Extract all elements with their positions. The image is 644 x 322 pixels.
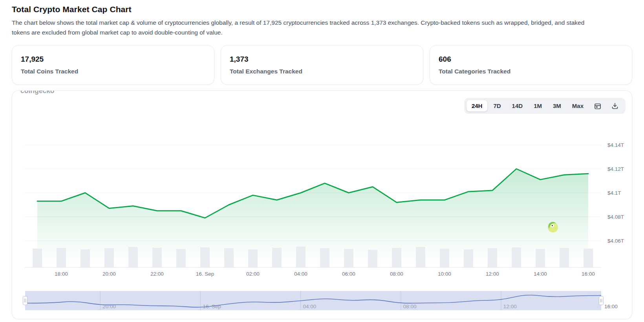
range-button-max[interactable]: Max	[567, 100, 589, 112]
x-axis-label: 02:00	[246, 271, 260, 277]
range-button-14d[interactable]: 14D	[507, 100, 528, 112]
download-button[interactable]	[607, 101, 623, 112]
volume-bar	[368, 250, 377, 267]
calendar-button[interactable]	[589, 101, 606, 112]
navigator-right-handle[interactable]	[599, 296, 604, 305]
navigator-label: 08:00	[403, 304, 417, 309]
chart-card: 24H 7D 14D 1M 3M Max $4.14T$4.1	[12, 90, 632, 319]
navigator-end-label: 16:00	[604, 304, 618, 309]
volume-bar	[440, 249, 449, 267]
x-axis-label: 18:00	[55, 271, 68, 277]
volume-bar	[176, 249, 186, 267]
range-button-1m[interactable]: 1M	[529, 100, 547, 112]
volume-bar	[536, 249, 545, 267]
volume-bar	[33, 249, 42, 267]
page-description: The chart below shows the total market c…	[12, 18, 603, 37]
y-axis-label: $4.14T	[607, 142, 624, 148]
volume-bar	[344, 249, 353, 267]
range-button-24h[interactable]: 24H	[467, 100, 488, 112]
range-selector: 24H 7D 14D 1M 3M Max	[464, 98, 626, 114]
volume-bar	[128, 247, 138, 267]
stats-row: 17,925 Total Coins Tracked 1,373 Total E…	[12, 45, 632, 85]
stat-label: Total Exchanges Tracked	[230, 68, 414, 75]
y-axis-label: $4.12T	[607, 166, 624, 172]
market-cap-page: Total Crypto Market Cap Chart The chart …	[0, 0, 644, 319]
x-axis-label: 08:00	[390, 271, 403, 277]
volume-bar	[224, 248, 234, 267]
volume-bar	[512, 247, 521, 267]
volume-bar	[320, 248, 329, 267]
navigator-label: 16. Sep	[203, 304, 221, 309]
volume-bar	[152, 248, 162, 267]
volume-bar	[200, 247, 210, 267]
x-axis-label: 10:00	[438, 271, 451, 277]
calendar-icon	[594, 102, 602, 110]
volume-bar	[57, 248, 66, 267]
stat-card-coins: 17,925 Total Coins Tracked	[12, 45, 214, 85]
stat-label: Total Coins Tracked	[21, 68, 205, 75]
navigator-label: 04:00	[303, 304, 317, 309]
download-icon	[611, 102, 619, 110]
volume-bar	[104, 248, 114, 267]
x-axis-label: 22:00	[150, 271, 164, 277]
y-axis-label: $4.1T	[607, 190, 621, 196]
stat-value: 1,373	[230, 55, 414, 64]
range-button-7d[interactable]: 7D	[488, 100, 506, 112]
stat-value: 17,925	[21, 55, 205, 64]
volume-bar	[560, 248, 569, 267]
navigator-label: 12:00	[503, 304, 517, 309]
y-axis-label: $4.06T	[607, 238, 624, 244]
volume-bar	[416, 247, 425, 267]
stat-card-exchanges: 1,373 Total Exchanges Tracked	[221, 45, 423, 85]
volume-bar	[488, 248, 497, 267]
stat-value: 606	[439, 55, 623, 64]
page-title: Total Crypto Market Cap Chart	[12, 5, 632, 14]
x-axis-label: 12:00	[486, 271, 499, 277]
x-axis-label: 16. Sep	[196, 271, 214, 277]
volume-bar	[392, 248, 401, 267]
volume-bar	[584, 249, 593, 267]
navigator-label: 20:00	[102, 304, 116, 309]
stat-label: Total Categories Tracked	[439, 68, 623, 75]
y-axis-label: $4.08T	[607, 214, 624, 220]
volume-bar	[272, 248, 282, 267]
volume-bar	[464, 249, 473, 267]
x-axis-label: 20:00	[102, 271, 116, 277]
x-axis-label: 04:00	[294, 271, 307, 277]
market-cap-area	[37, 169, 588, 267]
market-cap-chart[interactable]: $4.14T$4.12T$4.1T$4.08T$4.06T18:0020:002…	[12, 91, 632, 319]
x-axis-label: 16:00	[582, 271, 595, 277]
watermark-text: coingecko	[20, 91, 55, 95]
x-axis-label: 14:00	[534, 271, 547, 277]
stat-card-categories: 606 Total Categories Tracked	[430, 45, 632, 85]
x-axis-label: 06:00	[342, 271, 355, 277]
gecko-pupil	[552, 225, 553, 226]
volume-bar	[248, 249, 258, 267]
navigator-left-handle[interactable]	[23, 296, 27, 305]
volume-bar	[296, 247, 306, 267]
range-button-3m[interactable]: 3M	[548, 100, 566, 112]
volume-bar	[80, 249, 90, 267]
